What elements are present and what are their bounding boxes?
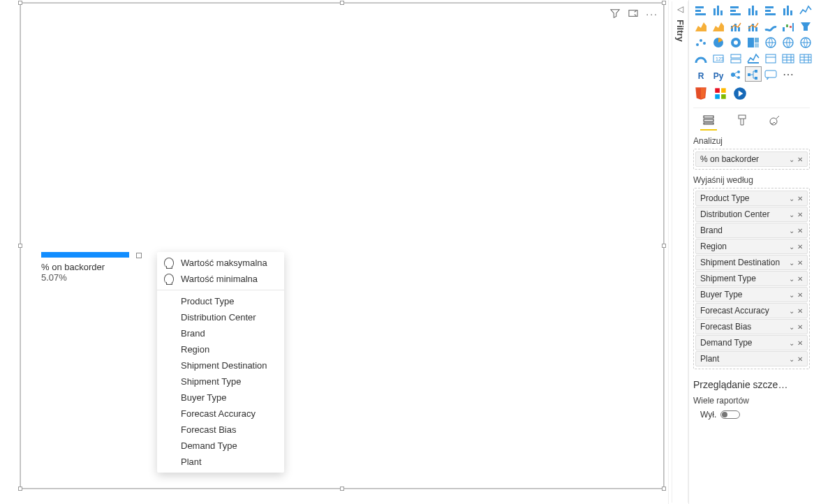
viz-azure-map-icon[interactable] [798,35,813,49]
remove-field-icon[interactable]: ✕ [797,275,803,283]
viz-stacked-area-icon[interactable] [711,19,726,33]
menu-item-min[interactable]: Wartość minimalna [157,271,284,287]
viz-stacked-bar-100-icon[interactable] [763,3,778,17]
menu-item-dimension[interactable]: Region [157,341,284,357]
expand-handle[interactable] [136,253,142,258]
field-pill[interactable]: Forecast Bias⌄✕ [695,319,808,334]
menu-item-dimension[interactable]: Product Type [157,293,284,309]
viz-key-influencers-icon[interactable] [728,67,743,81]
resize-handle[interactable] [18,1,22,5]
viz-clustered-bar-icon[interactable] [728,3,743,17]
viz-line-icon[interactable] [798,3,813,17]
resize-handle[interactable] [340,487,344,491]
viz-waterfall-icon[interactable] [780,19,796,33]
remove-field-icon[interactable]: ✕ [797,323,803,331]
field-pill[interactable]: Buyer Type⌄✕ [695,287,808,302]
chevron-down-icon[interactable]: ⌄ [789,339,794,347]
field-pill[interactable]: Demand Type⌄✕ [695,335,808,350]
field-pill[interactable]: Forecast Accuracy⌄✕ [695,303,808,318]
field-pill[interactable]: Shipment Type⌄✕ [695,271,808,286]
viz-gauge-icon[interactable] [693,51,709,65]
chevron-down-icon[interactable]: ⌄ [789,355,794,363]
cross-report-toggle[interactable]: Wył. [693,410,810,420]
resize-handle[interactable] [662,1,666,5]
field-pill[interactable]: Distribution Center⌄✕ [695,207,808,222]
appsource-visual-icon[interactable] [713,87,728,101]
chevron-down-icon[interactable]: ⌄ [789,259,794,267]
viz-funnel-icon[interactable] [798,19,813,33]
viz-clustered-column-icon[interactable] [746,3,761,17]
viz-stacked-column-icon[interactable] [711,3,726,17]
play-axis-visual-icon[interactable] [732,87,748,101]
chevron-down-icon[interactable]: ⌄ [789,275,794,283]
field-pill[interactable]: Shipment Destination⌄✕ [695,255,808,270]
viz-decomposition-tree-icon[interactable] [746,67,761,81]
viz-line-clustered-column-icon[interactable] [746,19,761,33]
menu-item-dimension[interactable]: Buyer Type [157,390,284,406]
expand-filters-icon[interactable]: ◁ [672,4,688,14]
chevron-down-icon[interactable]: ⌄ [789,291,794,299]
menu-item-dimension[interactable]: Shipment Destination [157,357,284,373]
remove-field-icon[interactable]: ✕ [797,339,803,347]
remove-field-icon[interactable]: ✕ [797,355,803,363]
remove-field-icon[interactable]: ✕ [797,259,803,267]
chevron-down-icon[interactable]: ⌄ [789,323,794,331]
viz-stacked-bar-icon[interactable] [693,3,709,17]
viz-card-icon[interactable]: 123 [711,51,726,65]
chevron-down-icon[interactable]: ⌄ [789,243,794,251]
explain-by-well[interactable]: Product Type⌄✕Distribution Center⌄✕Brand… [693,188,810,369]
menu-item-dimension[interactable]: Forecast Accuracy [157,406,284,422]
remove-field-icon[interactable]: ✕ [797,307,803,315]
tab-analytics[interactable] [767,111,784,131]
viz-treemap-icon[interactable] [746,35,761,49]
resize-handle[interactable] [18,244,22,248]
viz-more-icon[interactable]: ⋯ [780,67,796,81]
remove-field-icon[interactable]: ✕ [797,156,803,163]
menu-item-max[interactable]: Wartość maksymalna [157,255,284,271]
viz-area-icon[interactable] [693,19,709,33]
tab-format[interactable] [734,111,750,131]
focus-mode-icon[interactable] [628,8,639,20]
field-pill-analyze[interactable]: % on backorder ⌄ ✕ [695,151,808,167]
resize-handle[interactable] [18,487,22,491]
menu-item-dimension[interactable]: Plant [157,454,284,470]
viz-kpi-icon[interactable] [746,51,761,65]
html5-visual-icon[interactable] [693,87,709,101]
remove-field-icon[interactable]: ✕ [797,243,803,251]
viz-table-icon[interactable] [780,51,796,65]
menu-item-dimension[interactable]: Shipment Type [157,373,284,390]
report-canvas[interactable]: ··· % on backorder 5.07% Wartość maksyma… [0,0,669,504]
resize-handle[interactable] [662,244,666,248]
visual-container[interactable]: ··· % on backorder 5.07% Wartość maksyma… [20,2,665,489]
menu-item-dimension[interactable]: Brand [157,325,284,341]
field-pill[interactable]: Region⌄✕ [695,239,808,254]
chevron-down-icon[interactable]: ⌄ [789,211,794,218]
menu-item-dimension[interactable]: Demand Type [157,438,284,454]
viz-scatter-icon[interactable] [693,35,709,49]
chevron-down-icon[interactable]: ⌄ [789,195,794,202]
menu-item-dimension[interactable]: Forecast Bias [157,422,284,438]
viz-map-icon[interactable] [763,35,778,49]
remove-field-icon[interactable]: ✕ [797,227,803,235]
chevron-down-icon[interactable]: ⌄ [789,156,794,163]
chevron-down-icon[interactable]: ⌄ [789,307,794,315]
analyze-well[interactable]: % on backorder ⌄ ✕ [693,149,810,170]
viz-r-visual-icon[interactable]: R [693,67,709,81]
filters-pane-collapsed[interactable]: ◁ Filtry [672,1,688,503]
tab-fields[interactable] [700,111,717,131]
viz-qna-icon[interactable] [763,67,778,81]
viz-pie-icon[interactable] [711,35,726,49]
chevron-down-icon[interactable]: ⌄ [789,227,794,235]
viz-filled-map-icon[interactable] [780,35,796,49]
viz-ribbon-icon[interactable] [763,19,778,33]
more-options-icon[interactable]: ··· [646,8,658,20]
remove-field-icon[interactable]: ✕ [797,211,803,218]
remove-field-icon[interactable]: ✕ [797,291,803,299]
viz-line-stacked-column-icon[interactable] [728,19,743,33]
toggle-switch[interactable] [720,410,740,419]
viz-donut-icon[interactable] [728,35,743,49]
field-pill[interactable]: Plant⌄✕ [695,351,808,366]
viz-py-visual-icon[interactable]: Py [711,67,726,81]
resize-handle[interactable] [662,487,666,491]
viz-slicer-icon[interactable] [763,51,778,65]
